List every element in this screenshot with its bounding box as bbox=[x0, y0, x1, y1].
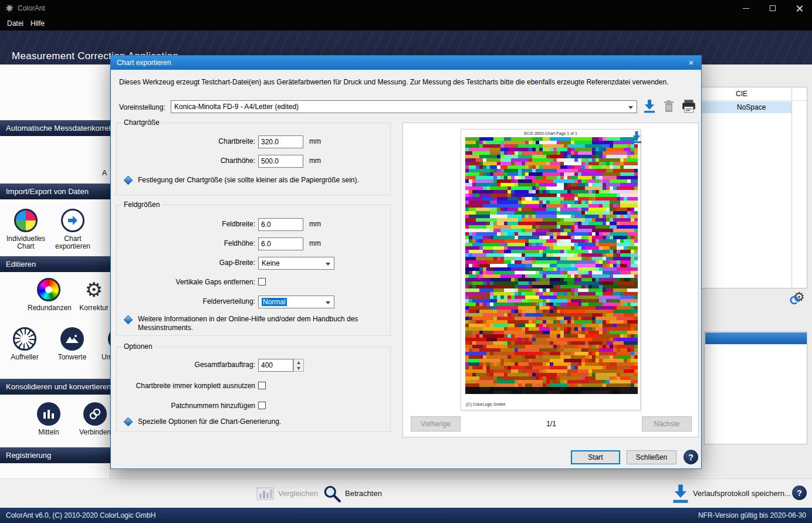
preview-page-footer: (C) ColorLogic GmbH bbox=[466, 402, 505, 406]
chart-width-label: Chartbreite: bbox=[128, 137, 255, 145]
save-preset-button[interactable] bbox=[642, 99, 658, 114]
info-diamond-icon bbox=[124, 176, 133, 185]
group-chart-size-title: Chartgröße bbox=[121, 118, 162, 127]
delete-preset-button[interactable] bbox=[663, 100, 677, 114]
chart-preview-patches bbox=[465, 137, 638, 394]
group-chart-size: Chartgröße Chartbreite: mm Charthöhe: mm… bbox=[116, 123, 391, 195]
selected-status-row[interactable] bbox=[705, 332, 807, 344]
tool-korrektur[interactable]: ⚙ Korrektur bbox=[73, 278, 115, 312]
patch-width-unit: mm bbox=[309, 220, 321, 228]
info-diamond-icon bbox=[124, 315, 133, 325]
tool-chart-exportieren[interactable]: Chart exportieren bbox=[53, 209, 93, 250]
group-patch-size: Feldgrößen Feldbreite: mm Feldhöhe: mm G… bbox=[116, 205, 391, 336]
menu-hilfe[interactable]: Hilfe bbox=[26, 16, 49, 30]
toolbar-help-button[interactable]: ? bbox=[792, 485, 807, 500]
preset-value: Konica-Minolta FD-9 - A4/Letter (edited) bbox=[174, 103, 299, 111]
print-chart-button[interactable] bbox=[681, 99, 698, 114]
dialog-titlebar: Chart exportieren × bbox=[111, 56, 701, 70]
patch-size-info: Weitere Informationen in der Online-Hilf… bbox=[138, 315, 373, 332]
group-options-title: Optionen bbox=[121, 342, 155, 351]
close-window-button[interactable] bbox=[786, 0, 812, 16]
spinner-down-button[interactable] bbox=[294, 365, 303, 371]
dialog-title: Chart exportieren bbox=[117, 59, 171, 67]
previous-page-button[interactable]: Vorherige bbox=[411, 416, 461, 432]
trash-icon bbox=[663, 100, 675, 113]
statusbar-left: ColorAnt v6.0, (C) 2010-2020 ColorLogic … bbox=[6, 511, 155, 519]
save-preview-button[interactable] bbox=[631, 131, 644, 145]
compare-icon bbox=[256, 485, 274, 502]
bottom-toolbar: Vergleichen Betrachten Verlaufsprotokoll… bbox=[0, 478, 812, 508]
preview-page: ECI2-3500-Chart Page 1 of 1 (C) ColorLog… bbox=[461, 129, 641, 410]
close-icon bbox=[796, 5, 803, 12]
patch-height-input[interactable] bbox=[258, 237, 303, 250]
tac-label: Gesamtfarbauftrag: bbox=[128, 361, 255, 369]
vertical-gaps-label: Vertikale Gaps entfernen: bbox=[128, 278, 255, 286]
tool-tonwerte[interactable]: Tonwerte bbox=[51, 327, 93, 361]
help-icon: ? bbox=[688, 453, 693, 462]
minimize-icon bbox=[743, 8, 749, 9]
preset-label: Voreinstellung: bbox=[119, 103, 165, 111]
download-icon bbox=[631, 131, 642, 144]
minimize-button[interactable] bbox=[732, 0, 759, 16]
group-options: Optionen Gesamtfarbauftrag: Chartbreite … bbox=[116, 347, 391, 432]
tac-spinner[interactable] bbox=[293, 359, 304, 372]
tool-mitteln[interactable]: Mitteln bbox=[28, 402, 70, 436]
save-log-label: Verlaufsprotokoll speichern... bbox=[693, 489, 791, 498]
table-column-divider bbox=[791, 87, 792, 289]
table-col-cie: CIE bbox=[736, 90, 747, 98]
average-bars-icon bbox=[37, 402, 60, 426]
start-button[interactable]: Start bbox=[571, 450, 620, 464]
maximize-button[interactable] bbox=[759, 0, 786, 16]
next-page-button[interactable]: Nächste bbox=[642, 416, 692, 432]
menu-datei[interactable]: Datei bbox=[2, 16, 28, 30]
gap-width-value: Keine bbox=[262, 259, 280, 267]
window-titlebar: ColorAnt bbox=[0, 0, 812, 16]
link-icon bbox=[83, 402, 107, 426]
statusbar-right: NFR-Version gültig bis 2020-06-30 bbox=[698, 511, 806, 519]
patch-height-unit: mm bbox=[309, 239, 321, 247]
vertical-gaps-checkbox[interactable] bbox=[258, 278, 266, 286]
patch-width-input[interactable] bbox=[258, 218, 303, 231]
tac-input[interactable] bbox=[258, 359, 293, 372]
tool-aufheller[interactable]: Aufheller bbox=[4, 327, 46, 361]
close-dialog-button[interactable]: Schließen bbox=[627, 450, 676, 464]
printer-icon bbox=[681, 99, 696, 113]
full-width-label: Chartbreite immer komplett ausnutzen bbox=[128, 382, 255, 390]
chart-height-input[interactable] bbox=[258, 155, 303, 168]
partial-hidden-label: A bbox=[102, 169, 107, 177]
compare-button[interactable] bbox=[256, 485, 274, 502]
dialog-help-button[interactable]: ? bbox=[684, 450, 698, 464]
sync-arrows-icon: ⟳ bbox=[790, 293, 800, 308]
download-icon bbox=[642, 99, 657, 113]
tool-individuelles-chart[interactable]: Individuelles Chart bbox=[6, 209, 46, 250]
view-button[interactable] bbox=[323, 484, 341, 503]
patch-height-label: Feldhöhe: bbox=[128, 239, 255, 247]
tool-redundanzen[interactable]: Redundanzen bbox=[28, 278, 70, 312]
correction-gear-icon: ⚙ bbox=[82, 278, 106, 301]
chart-export-icon bbox=[61, 209, 84, 232]
view-label: Betrachten bbox=[345, 489, 382, 498]
sync-settings-button[interactable]: ⚙ ⟳ bbox=[790, 290, 808, 308]
distribution-label: Felderverteilung: bbox=[128, 297, 255, 305]
distribution-combobox[interactable]: Normal bbox=[258, 296, 334, 308]
save-log-button[interactable] bbox=[672, 484, 689, 504]
preset-combobox[interactable]: Konica-Minolta FD-9 - A4/Letter (edited) bbox=[171, 100, 637, 113]
magnifier-icon bbox=[323, 484, 341, 503]
spinner-up-button[interactable] bbox=[294, 359, 303, 365]
tone-values-icon bbox=[60, 327, 84, 351]
chevron-down-icon bbox=[628, 106, 633, 109]
patch-numbers-checkbox[interactable] bbox=[258, 402, 266, 409]
options-info: Spezielle Optionen für die Chart-Generie… bbox=[138, 417, 387, 426]
redundancies-icon bbox=[37, 278, 60, 301]
chevron-down-icon bbox=[326, 263, 330, 266]
app-icon bbox=[5, 4, 14, 15]
full-width-checkbox[interactable] bbox=[258, 382, 266, 389]
window-title: ColorAnt bbox=[18, 4, 45, 12]
status-list-panel bbox=[704, 331, 807, 444]
dialog-close-button[interactable]: × bbox=[685, 56, 698, 70]
chart-height-label: Charthöhe: bbox=[128, 157, 255, 165]
chart-width-input[interactable] bbox=[258, 135, 303, 148]
chart-width-unit: mm bbox=[309, 137, 321, 145]
info-diamond-icon bbox=[124, 417, 133, 427]
gap-width-combobox[interactable]: Keine bbox=[258, 257, 334, 270]
